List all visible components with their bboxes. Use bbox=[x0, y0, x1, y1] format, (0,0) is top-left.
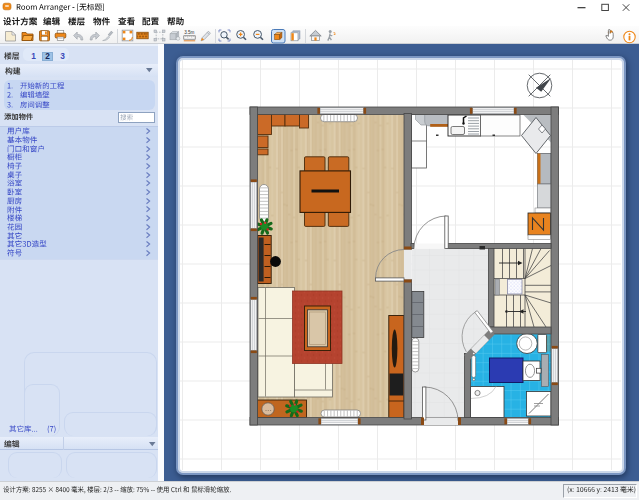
svg-text:3.5m: 3.5m bbox=[184, 30, 194, 35]
